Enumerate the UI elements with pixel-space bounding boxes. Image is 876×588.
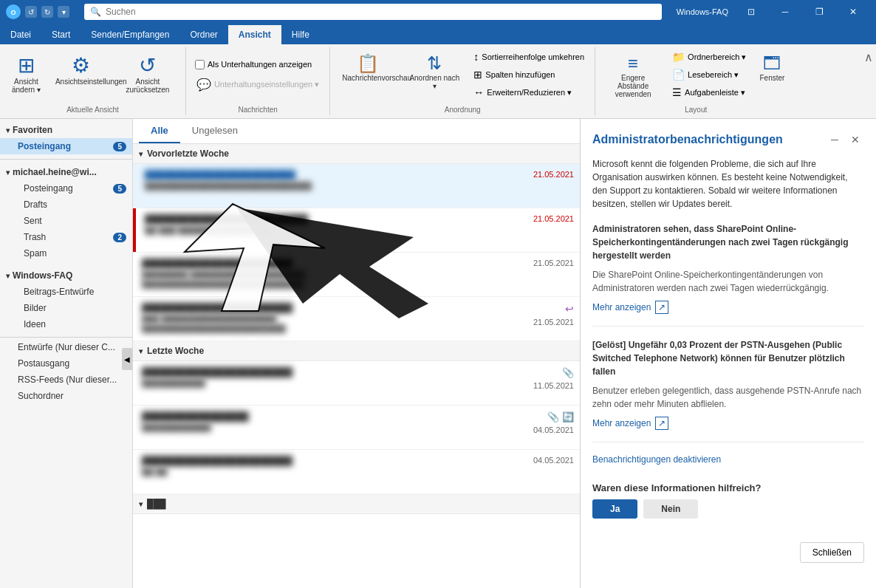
email-section-collapsed[interactable]: ▾ ███ — [133, 494, 580, 514]
sidebar-windowsfaq-header[interactable]: ▾ Windows-FAQ — [0, 267, 132, 284]
sidebar-item-beitrags-entwuerfe[interactable]: Beitrags-Entwürfe — [0, 284, 132, 300]
panel-section-1-title: Administratoren sehen, dass SharePoint O… — [592, 222, 864, 262]
sidebar-item-sent[interactable]: Sent — [0, 213, 132, 229]
email-item-7[interactable]: ████████████████████████ ██ ██ 04.05.202… — [133, 450, 580, 494]
email-item-6[interactable]: █████████████████ ████████████ 📎 🔄 04.05… — [133, 406, 580, 450]
tab-ansicht[interactable]: Ansicht — [228, 25, 281, 44]
nachrichtenvorschau-button[interactable]: 📋 Nachrichtenvorschau — [336, 49, 400, 86]
fenster-button[interactable]: 🗔 Fenster — [753, 49, 790, 86]
ribbon: Datei Start Senden/Empfangen Ordner Ansi… — [0, 24, 876, 119]
unterhaltungseinstellungen-button[interactable]: 💬 Unterhaltungseinstellungen ▾ — [192, 75, 324, 94]
sidebar-item-posteingang[interactable]: Posteingang 5 — [0, 180, 132, 196]
erweitern-reduzieren-button[interactable]: ↔ Erweitern/Reduzieren ▾ — [469, 84, 589, 100]
email-item-2[interactable]: ██████████████████████████ ██ ███ ██████… — [133, 208, 580, 253]
sidebar-item-ideen[interactable]: Ideen — [0, 316, 132, 332]
sidebar-item-suchordner[interactable]: Suchordner — [0, 388, 132, 404]
trash-badge: 2 — [113, 233, 126, 242]
engere-abstaende-button[interactable]: ≡ Engere Abstände verwenden — [601, 49, 665, 103]
search-input[interactable] — [106, 7, 656, 17]
email-subject-1: █████████████████████████████ — [145, 182, 522, 191]
sidebar-item-spam[interactable]: Spam — [0, 245, 132, 261]
sidebar-account-header[interactable]: ▾ michael.heine@wi... — [0, 164, 132, 180]
maximize-button[interactable]: ❐ — [802, 0, 836, 24]
email-date-3: 21.05.2021 — [533, 259, 574, 267]
sortierreihenfolge-button[interactable]: ↕ Sortierreihenfolge umkehren — [469, 49, 589, 65]
tab-ordner[interactable]: Ordner — [179, 25, 227, 44]
search-bar[interactable]: 🔍 — [84, 4, 662, 20]
reply-icon: ↩ — [565, 303, 574, 315]
sidebar-item-trash[interactable]: Trash 2 — [0, 229, 132, 245]
close-button[interactable]: ✕ — [836, 0, 870, 24]
email-sender-5: ████████████████████████ — [142, 367, 522, 377]
tab-start[interactable]: Start — [41, 25, 81, 44]
email-tab-ungelesen[interactable]: Ungelesen — [180, 119, 250, 143]
entwuerfe-label: Entwürfe (Nur dieser C... — [18, 342, 115, 352]
feedback-yes-button[interactable]: Ja — [592, 499, 637, 519]
window-restore-btn[interactable]: ⊡ — [734, 0, 768, 24]
spalten-hinzufuegen-button[interactable]: ⊞ Spalten hinzufügen — [469, 66, 589, 83]
email-sender-2: ██████████████████████████ — [145, 214, 522, 225]
sidebar-item-drafts[interactable]: Drafts — [0, 196, 132, 213]
close-panel-button[interactable]: Schließen — [800, 542, 864, 563]
svg-text:O: O — [10, 9, 16, 16]
email-list-container: Alle Ungelesen ▾ Vorvorletzte Woche ████… — [133, 119, 581, 588]
ordnerbereich-button[interactable]: 📁 Ordnerbereich ▾ — [668, 49, 750, 65]
panel-header: Administratorbenachrichtigungen ─ ✕ — [592, 131, 864, 148]
unterhaltungen-check[interactable] — [195, 60, 205, 69]
posteingang-favorites-badge: 5 — [113, 142, 126, 151]
email-tab-alle[interactable]: Alle — [139, 119, 180, 143]
sidebar-item-entwuerfe[interactable]: Entwürfe (Nur dieser C... — [0, 339, 132, 355]
sidebar-collapse-button[interactable]: ◀ — [122, 348, 132, 370]
ansichtseinstellungen-button[interactable]: ⚙ Ansichtseinstellungen — [49, 49, 113, 90]
section-header-label-3: ███ — [147, 499, 166, 509]
ansicht-zuruecksetzen-button[interactable]: ↺ Ansicht zurücksetzen — [116, 49, 179, 98]
aufgabenleiste-button[interactable]: ☰ Aufgabenleiste ▾ — [668, 84, 750, 100]
email-section-vorvorletzte-woche[interactable]: ▾ Vorvorletzte Woche — [133, 144, 580, 164]
undo-button[interactable]: ↺ — [25, 6, 37, 18]
chevron-up-icon[interactable]: ∧ — [864, 50, 873, 64]
email-item-1[interactable]: ████████████████████████ ███████████████… — [133, 164, 580, 208]
email-date-5: 11.05.2021 — [533, 381, 574, 390]
columns-icon: ⊞ — [473, 69, 482, 81]
panel-minimize-btn[interactable]: ─ — [826, 131, 844, 148]
tab-hilfe[interactable]: Hilfe — [281, 25, 320, 44]
email-list-scroll[interactable]: ▾ Vorvorletzte Woche ███████████████████… — [133, 144, 580, 588]
ribbon-collapse-btn[interactable]: ∧ — [861, 47, 876, 115]
email-sender-4: ████████████████████████ — [142, 303, 522, 313]
als-unterhaltungen-checkbox[interactable]: Als Unterhaltungen anzeigen — [192, 58, 315, 71]
postausgang-label: Postausgang — [18, 358, 69, 369]
posteingang-favorites-label: Posteingang — [18, 141, 71, 151]
email-sender-6: █████████████████ — [142, 411, 522, 422]
panel-controls: ─ ✕ — [826, 131, 864, 148]
disable-notifications-link[interactable]: Benachrichtigungen deaktivieren — [592, 454, 864, 465]
minimize-button[interactable]: ─ — [768, 0, 802, 24]
favoriten-label: Favoriten — [13, 125, 52, 135]
panel-section-2-mehr-link[interactable]: Mehr anzeigen — [592, 418, 651, 428]
panel-section-1-mehr-link[interactable]: Mehr anzeigen — [592, 302, 651, 312]
sidebar-item-posteingang-favorites[interactable]: Posteingang 5 — [0, 138, 132, 154]
redo-button[interactable]: ↻ — [41, 6, 53, 18]
email-item-3[interactable]: ████████████████████████ ████████ ██████… — [133, 253, 580, 297]
customize-btn[interactable]: ▾ — [58, 6, 69, 18]
email-item-4[interactable]: ████████████████████████ ███ ███████████… — [133, 297, 580, 341]
feedback-no-button[interactable]: Nein — [643, 499, 698, 519]
email-section-letzte-woche[interactable]: ▾ Letzte Woche — [133, 341, 580, 361]
email-icons-5: 📎 — [562, 367, 574, 378]
sent-label: Sent — [24, 216, 42, 226]
ribbon-group-anordnung: 📋 Nachrichtenvorschau ⇅ Anordnen nach ▾ … — [330, 47, 595, 115]
panel-close-btn[interactable]: ✕ — [846, 131, 864, 148]
email-item-5[interactable]: ████████████████████████ ███████████ 📎 1… — [133, 361, 580, 406]
sidebar-item-bilder[interactable]: Bilder — [0, 300, 132, 316]
tab-datei[interactable]: Datei — [0, 25, 41, 44]
attachment-icon-6: 📎 — [547, 411, 559, 423]
sidebar-item-postausgang[interactable]: Postausgang — [0, 355, 132, 372]
feedback-buttons: Ja Nein — [592, 499, 864, 519]
anordnen-nach-button[interactable]: ⇅ Anordnen nach ▾ — [403, 49, 466, 95]
ribbon-group-nachrichten: Als Unterhaltungen anzeigen 💬 Unterhaltu… — [186, 47, 330, 115]
lesebereich-button[interactable]: 📄 Lesebereich ▾ — [668, 66, 750, 83]
sidebar-favoriten-header[interactable]: ▾ Favoriten — [0, 122, 132, 138]
sidebar-item-rss[interactable]: RSS-Feeds (Nur dieser... — [0, 372, 132, 388]
email-subject-4: ███ ████████████████████ — [142, 315, 522, 324]
ansicht-aendern-button[interactable]: ⊞ Ansichtändern ▾ — [6, 49, 47, 98]
tab-senden-empfangen[interactable]: Senden/Empfangen — [81, 25, 179, 44]
